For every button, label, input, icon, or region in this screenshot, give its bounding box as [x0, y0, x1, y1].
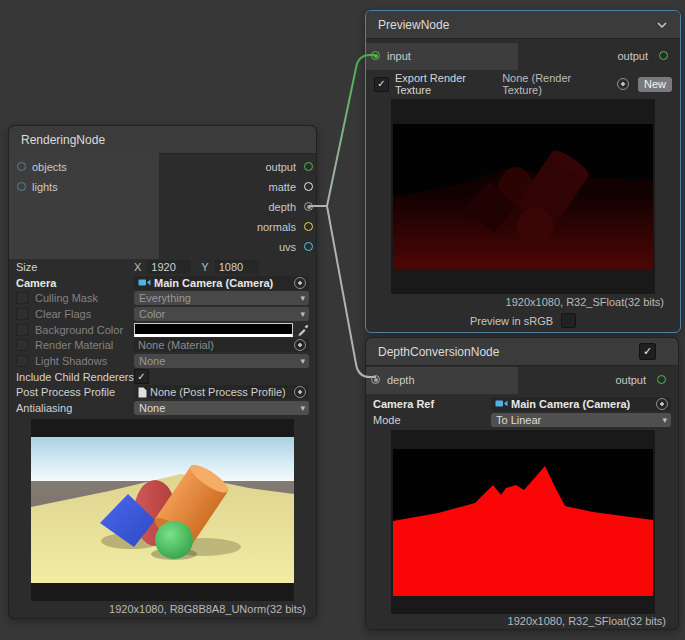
preview-node-ports: input output	[366, 43, 680, 70]
normals-port-label: normals	[257, 220, 296, 234]
dropdown-arrow-icon: ▾	[300, 291, 305, 305]
rendering-node[interactable]: RenderingNode objects lights output matt…	[8, 125, 317, 619]
depth-preview-image	[391, 99, 655, 294]
background-color-checkbox[interactable]	[16, 324, 28, 336]
color-preview-image	[31, 419, 294, 601]
object-picker-icon[interactable]	[294, 277, 306, 289]
camera-value: Main Camera (Camera)	[154, 277, 291, 289]
antialiasing-dropdown[interactable]: None▾	[134, 401, 309, 415]
linear-depth-preview-image	[391, 430, 655, 614]
linear-depth-preview-svg	[393, 449, 653, 596]
uvs-port[interactable]	[304, 242, 313, 251]
object-picker-icon[interactable]	[617, 78, 629, 90]
depth-input-port[interactable]	[371, 375, 380, 384]
preview-format-caption: 1920x1080, R8G8B8A8_UNorm(32 bits)	[109, 603, 306, 615]
preview-node-title: PreviewNode	[378, 18, 449, 32]
output-port[interactable]	[659, 51, 668, 60]
size-x-field[interactable]: 1920	[147, 260, 191, 274]
matte-port[interactable]	[304, 182, 313, 191]
export-render-texture-checkbox[interactable]: ✓	[374, 77, 389, 92]
output-port[interactable]	[657, 375, 666, 384]
clear-flags-row: Clear Flags Color▾	[9, 306, 316, 322]
camera-ref-row: Camera Ref Main Camera (Camera)	[366, 396, 678, 412]
output-port-label: output	[617, 49, 648, 63]
clear-flags-dropdown[interactable]: Color▾	[134, 307, 309, 321]
output-port[interactable]	[304, 162, 313, 171]
dropdown-arrow-icon: ▾	[300, 307, 305, 321]
preview-srgb-label: Preview in sRGB	[470, 315, 553, 327]
light-shadows-checkbox[interactable]	[16, 355, 28, 367]
post-process-profile-value: None (Post Process Profile)	[150, 386, 291, 398]
light-shadows-row: Light Shadows None▾	[9, 353, 316, 369]
size-row: Size X 1920 Y 1080	[9, 259, 316, 275]
eyedropper-icon[interactable]	[297, 324, 309, 336]
post-process-profile-field[interactable]: None (Post Process Profile)	[134, 385, 309, 399]
preview-srgb-row: Preview in sRGB	[366, 313, 680, 328]
normals-port[interactable]	[304, 222, 313, 231]
new-button[interactable]: New	[638, 77, 672, 92]
culling-mask-row: Culling Mask Everything▾	[9, 290, 316, 306]
include-child-renderers-checkbox[interactable]: ✓	[134, 369, 149, 384]
uvs-port-label: uvs	[279, 240, 296, 254]
depth-preview-svg	[393, 124, 653, 269]
export-render-texture-row: ✓ Export Render Texture None (Render Tex…	[366, 73, 680, 95]
depth-port[interactable]	[304, 202, 313, 211]
background-color-label: Background Color	[35, 324, 123, 336]
light-shadows-dropdown[interactable]: None▾	[134, 354, 309, 368]
dropdown-arrow-icon: ▾	[662, 413, 667, 427]
objects-port[interactable]	[17, 162, 26, 171]
size-y-axis-label: Y	[201, 261, 208, 273]
export-render-texture-label: Export Render Texture	[395, 72, 496, 96]
render-material-field[interactable]: None (Material)	[134, 338, 309, 352]
node-graph-canvas: { "colors": { "selection_border": "#4d82…	[0, 0, 685, 640]
preview-format-caption: 1920x1080, R32_SFloat(32 bits)	[508, 615, 666, 627]
mode-label: Mode	[373, 414, 491, 426]
preview-srgb-checkbox[interactable]	[561, 313, 576, 328]
post-process-profile-label: Post Process Profile	[16, 386, 134, 398]
post-process-profile-row: Post Process Profile None (Post Process …	[9, 385, 316, 401]
render-material-checkbox[interactable]	[16, 339, 28, 351]
size-y-field[interactable]: 1080	[215, 260, 259, 274]
size-x-axis-label: X	[134, 261, 141, 273]
chevron-down-icon[interactable]	[656, 21, 668, 29]
depth-port-label: depth	[268, 200, 296, 214]
culling-mask-checkbox[interactable]	[16, 292, 28, 304]
depth-conversion-node-header[interactable]: DepthConversionNode ✓	[366, 338, 678, 366]
object-picker-icon[interactable]	[294, 386, 306, 398]
camera-ref-value: Main Camera (Camera)	[511, 398, 653, 410]
lights-port-label: lights	[32, 180, 58, 194]
object-picker-icon[interactable]	[294, 339, 306, 351]
rendering-node-ports: objects lights output matte depth normal…	[9, 153, 316, 259]
preview-node-header[interactable]: PreviewNode	[366, 11, 680, 39]
preview-format-caption: 1920x1080, R32_SFloat(32 bits)	[506, 296, 664, 308]
render-material-label: Render Material	[35, 339, 113, 351]
input-port[interactable]	[371, 51, 380, 60]
rendering-node-header[interactable]: RenderingNode	[9, 126, 316, 154]
size-label: Size	[16, 261, 134, 273]
depth-conversion-ports: depth output	[366, 367, 678, 394]
culling-mask-dropdown[interactable]: Everything▾	[134, 291, 309, 305]
color-preview-svg	[31, 437, 294, 583]
lights-port[interactable]	[17, 182, 26, 191]
include-child-renderers-row: Include Child Renderers ✓	[9, 369, 316, 385]
render-texture-value: None (Render Texture)	[502, 72, 605, 96]
camera-icon	[495, 399, 508, 408]
culling-mask-label: Culling Mask	[35, 292, 98, 304]
camera-row: Camera Main Camera (Camera)	[9, 275, 316, 291]
mode-dropdown[interactable]: To Linear▾	[491, 413, 671, 427]
camera-icon	[138, 278, 151, 287]
input-port-label: input	[387, 49, 411, 63]
node-enabled-checkbox[interactable]: ✓	[639, 343, 656, 360]
camera-ref-label: Camera Ref	[373, 398, 491, 410]
render-material-value: None (Material)	[138, 339, 291, 351]
preview-node[interactable]: PreviewNode input output ✓ Export Render…	[365, 10, 681, 333]
output-port-label: output	[265, 160, 296, 174]
object-picker-icon[interactable]	[656, 398, 668, 410]
camera-object-field[interactable]: Main Camera (Camera)	[134, 276, 309, 290]
background-color-swatch[interactable]	[134, 323, 293, 337]
antialiasing-label: Antialiasing	[16, 402, 134, 414]
output-port-label: output	[615, 373, 646, 387]
depth-conversion-node[interactable]: DepthConversionNode ✓ depth output Camer…	[365, 337, 679, 630]
camera-ref-field[interactable]: Main Camera (Camera)	[491, 397, 671, 411]
clear-flags-checkbox[interactable]	[16, 308, 28, 320]
